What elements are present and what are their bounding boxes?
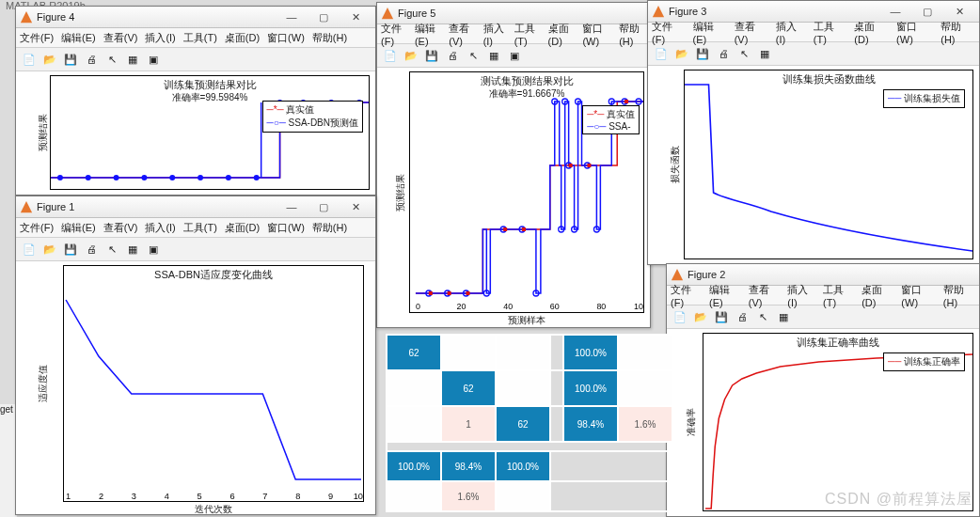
print-icon[interactable]: 🖨 <box>733 307 751 326</box>
menu-window[interactable]: 窗口(W) <box>267 31 305 45</box>
print-icon[interactable]: 🖨 <box>82 50 101 69</box>
open-icon[interactable]: 📂 <box>672 44 691 63</box>
cursor-icon[interactable]: ↖ <box>103 240 121 258</box>
minimize-button[interactable]: — <box>276 197 308 216</box>
maximize-button[interactable]: ▢ <box>308 197 340 216</box>
menu-desktop[interactable]: 桌面(D) <box>225 221 260 235</box>
menu-tools[interactable]: 工具(T) <box>183 31 217 45</box>
menu-file[interactable]: 文件(F) <box>20 221 54 235</box>
menu-edit[interactable]: 编辑(E) <box>415 22 441 47</box>
save-icon[interactable]: 💾 <box>712 307 731 326</box>
layout-icon[interactable]: ▦ <box>774 307 793 326</box>
cursor-icon[interactable]: ↖ <box>464 46 482 65</box>
menu-window[interactable]: 窗口(W) <box>267 221 305 235</box>
cursor-icon[interactable]: ↖ <box>753 307 772 326</box>
menu-edit[interactable]: 编辑(E) <box>61 31 96 45</box>
layout-icon[interactable]: ▦ <box>123 50 142 69</box>
new-icon[interactable]: 📄 <box>671 307 689 326</box>
layout-icon[interactable]: ▦ <box>123 240 142 258</box>
layout2-icon[interactable]: ▣ <box>144 50 163 69</box>
menu-help[interactable]: 帮助(H) <box>619 22 646 47</box>
svg-text:4: 4 <box>165 492 169 501</box>
menu-help[interactable]: 帮助(H) <box>940 20 975 45</box>
menu-desktop[interactable]: 桌面(D) <box>225 31 260 45</box>
menu-tools[interactable]: 工具(T) <box>514 22 541 47</box>
menu-view[interactable]: 查看(V) <box>735 20 768 45</box>
new-icon[interactable]: 📄 <box>652 44 671 63</box>
menu-insert[interactable]: 插入(I) <box>776 20 806 45</box>
minimize-button[interactable]: — <box>879 2 911 21</box>
menu-file[interactable]: 文件(F) <box>20 31 54 45</box>
window-figure-2[interactable]: Figure 2 文件(F) 编辑(E) 查看(V) 插入(I) 工具(T) 桌… <box>666 263 980 517</box>
menu-edit[interactable]: 编辑(E) <box>61 221 96 235</box>
new-icon[interactable]: 📄 <box>381 46 400 65</box>
new-icon[interactable]: 📄 <box>20 240 39 258</box>
layout2-icon[interactable]: ▣ <box>144 240 163 258</box>
cursor-icon[interactable]: ↖ <box>735 44 753 63</box>
menu-insert[interactable]: 插入(I) <box>145 221 175 235</box>
menubar[interactable]: 文件(F) 编辑(E) 查看(V) 插入(I) 工具(T) 桌面(D) 窗口(W… <box>667 286 979 306</box>
menu-help[interactable]: 帮助(H) <box>312 31 347 45</box>
menu-tools[interactable]: 工具(T) <box>183 221 217 235</box>
menu-view[interactable]: 查看(V) <box>103 31 138 45</box>
toolbar[interactable]: 📄 📂 💾 🖨 ↖ ▦ <box>667 306 979 329</box>
menu-file[interactable]: 文件(F) <box>671 283 702 308</box>
cm-cell: 62 <box>496 406 550 442</box>
menu-file[interactable]: 文件(F) <box>381 22 407 47</box>
print-icon[interactable]: 🖨 <box>443 46 462 65</box>
open-icon[interactable]: 📂 <box>691 307 710 326</box>
layout-icon[interactable]: ▦ <box>755 44 774 63</box>
menu-insert[interactable]: 插入(I) <box>787 283 815 308</box>
layout-icon[interactable]: ▦ <box>484 46 503 65</box>
window-figure-3[interactable]: Figure 3 — ▢ ✕ 文件(F) 编辑(E) 查看(V) 插入(I) 工… <box>647 0 980 265</box>
menu-window[interactable]: 窗口(W) <box>901 283 935 308</box>
menubar[interactable]: 文件(F) 编辑(E) 查看(V) 插入(I) 工具(T) 桌面(D) 窗口(W… <box>16 28 375 48</box>
menubar[interactable]: 文件(F) 编辑(E) 查看(V) 插入(I) 工具(T) 桌面(D) 窗口(W… <box>377 24 650 44</box>
toolbar[interactable]: 📄 📂 💾 🖨 ↖ ▦ <box>648 42 979 66</box>
cursor-icon[interactable]: ↖ <box>103 50 121 69</box>
menu-tools[interactable]: 工具(T) <box>814 20 847 45</box>
menu-view[interactable]: 查看(V) <box>749 283 781 308</box>
menu-tools[interactable]: 工具(T) <box>823 283 854 308</box>
menu-insert[interactable]: 插入(I) <box>145 31 175 45</box>
menu-file[interactable]: 文件(F) <box>652 20 686 45</box>
close-button[interactable]: ✕ <box>340 197 371 216</box>
menu-desktop[interactable]: 桌面(D) <box>548 22 576 47</box>
open-icon[interactable]: 📂 <box>40 240 59 258</box>
menu-help[interactable]: 帮助(H) <box>312 221 347 235</box>
menu-insert[interactable]: 插入(I) <box>483 22 507 47</box>
menu-help[interactable]: 帮助(H) <box>943 283 975 308</box>
close-button[interactable]: ✕ <box>943 2 975 21</box>
window-figure-5[interactable]: Figure 5 文件(F) 编辑(E) 查看(V) 插入(I) 工具(T) 桌… <box>376 2 651 328</box>
menu-view[interactable]: 查看(V) <box>103 221 138 235</box>
menubar[interactable]: 文件(F) 编辑(E) 查看(V) 插入(I) 工具(T) 桌面(D) 窗口(W… <box>16 218 375 238</box>
save-icon[interactable]: 💾 <box>61 240 80 258</box>
toolbar[interactable]: 📄 📂 💾 🖨 ↖ ▦ ▣ <box>16 48 375 71</box>
toolbar[interactable]: 📄 📂 💾 🖨 ↖ ▦ ▣ <box>16 238 375 261</box>
open-icon[interactable]: 📂 <box>402 46 420 65</box>
menu-window[interactable]: 窗口(W) <box>582 22 611 47</box>
window-figure-1[interactable]: Figure 1 — ▢ ✕ 文件(F) 编辑(E) 查看(V) 插入(I) 工… <box>15 196 376 515</box>
save-icon[interactable]: 💾 <box>61 50 80 69</box>
new-icon[interactable]: 📄 <box>20 50 39 69</box>
menu-edit[interactable]: 编辑(E) <box>709 283 741 308</box>
menu-desktop[interactable]: 桌面(D) <box>854 20 889 45</box>
close-button[interactable]: ✕ <box>340 8 371 26</box>
menu-window[interactable]: 窗口(W) <box>896 20 933 45</box>
save-icon[interactable]: 💾 <box>693 44 712 63</box>
print-icon[interactable]: 🖨 <box>82 240 101 258</box>
save-icon[interactable]: 💾 <box>422 46 441 65</box>
minimize-button[interactable]: — <box>276 8 308 26</box>
maximize-button[interactable]: ▢ <box>308 8 340 26</box>
maximize-button[interactable]: ▢ <box>911 2 943 21</box>
toolbar[interactable]: 📄 📂 💾 🖨 ↖ ▦ ▣ <box>377 44 650 68</box>
menu-view[interactable]: 查看(V) <box>449 22 475 47</box>
matlab-icon <box>20 200 33 213</box>
menu-desktop[interactable]: 桌面(D) <box>861 283 893 308</box>
window-figure-4[interactable]: Figure 4 — ▢ ✕ 文件(F) 编辑(E) 查看(V) 插入(I) 工… <box>15 6 376 196</box>
menu-edit[interactable]: 编辑(E) <box>693 20 727 45</box>
print-icon[interactable]: 🖨 <box>714 44 733 63</box>
open-icon[interactable]: 📂 <box>40 50 59 69</box>
layout2-icon[interactable]: ▣ <box>505 46 524 65</box>
menubar[interactable]: 文件(F) 编辑(E) 查看(V) 插入(I) 工具(T) 桌面(D) 窗口(W… <box>648 23 979 42</box>
